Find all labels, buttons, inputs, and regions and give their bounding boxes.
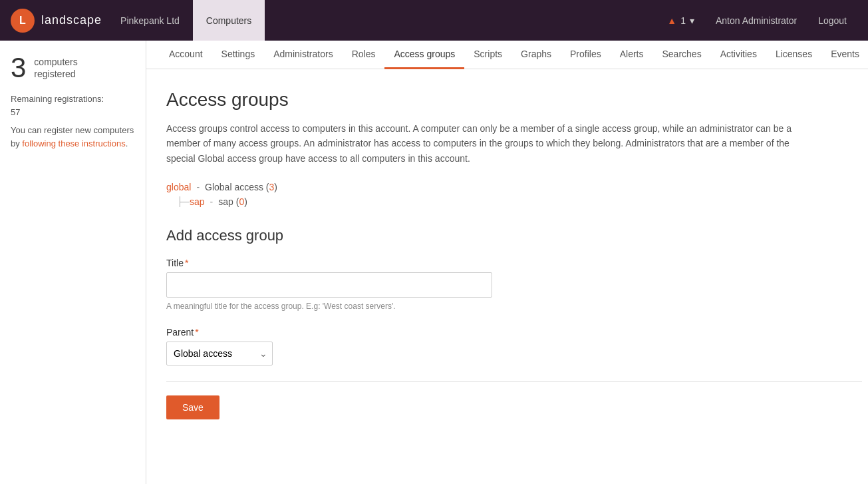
title-hint: A meaningful title for the access group.… — [166, 302, 862, 311]
parent-select-wrapper: Global access ⌄ — [166, 342, 273, 365]
parent-required: * — [195, 327, 198, 338]
page-layout: 3 computers registered Remaining registr… — [0, 41, 868, 484]
global-dash: - — [196, 182, 200, 192]
subnav-licenses[interactable]: Licenses — [766, 41, 821, 69]
top-nav: L landscape Pinkepank Ltd Computers ▲ 1 … — [0, 0, 868, 41]
tree-connector — [180, 202, 190, 202]
sub-nav: Account Settings Administrators Roles Ac… — [146, 41, 868, 69]
subnav-searches[interactable]: Searches — [652, 41, 710, 69]
alerts-count: 1 — [680, 15, 686, 26]
sidebar: 3 computers registered Remaining registr… — [0, 41, 146, 484]
nav-computers[interactable]: Computers — [193, 0, 265, 41]
subnav-scripts[interactable]: Scripts — [464, 41, 511, 69]
sidebar-count-area: 3 computers registered — [11, 54, 135, 82]
page-description: Access groups control access to computer… — [166, 121, 818, 166]
subnav-access-groups[interactable]: Access groups — [384, 41, 464, 69]
global-link[interactable]: global — [166, 182, 191, 192]
subnav-settings[interactable]: Settings — [212, 41, 265, 69]
parent-label: Parent* — [166, 327, 862, 338]
sap-dash: - — [210, 196, 214, 207]
nav-alerts[interactable]: ▲ 1 ▾ — [656, 15, 705, 26]
remaining-registrations: Remaining registrations: 57 — [11, 93, 135, 119]
parent-form-group: Parent* Global access ⌄ — [166, 327, 862, 365]
form-divider — [166, 381, 862, 382]
logo-text: landscape — [41, 13, 102, 27]
sap-label: sap (0) — [218, 196, 247, 207]
nav-logout[interactable]: Logout — [807, 15, 857, 26]
parent-select[interactable]: Global access — [166, 342, 273, 365]
save-button[interactable]: Save — [166, 395, 219, 419]
tree-child-container: sap - sap (0) — [180, 196, 862, 207]
access-tree: global - Global access (3) sap - sap (0) — [166, 182, 862, 207]
subnav-graphs[interactable]: Graphs — [511, 41, 561, 69]
global-count[interactable]: 3 — [269, 182, 275, 192]
subnav-roles[interactable]: Roles — [343, 41, 385, 69]
subnav-account[interactable]: Account — [160, 41, 212, 69]
tree-sap-item: sap - sap (0) — [190, 196, 862, 207]
sap-count[interactable]: 0 — [239, 196, 244, 207]
logo-icon: L — [11, 9, 35, 33]
main-content: Account Settings Administrators Roles Ac… — [146, 41, 868, 484]
page-title: Access groups — [166, 89, 862, 111]
register-link[interactable]: following these instructions — [22, 138, 125, 148]
nav-org[interactable]: Pinkepank Ltd — [107, 0, 193, 41]
sap-link[interactable]: sap — [190, 196, 205, 207]
subnav-alerts[interactable]: Alerts — [611, 41, 653, 69]
nav-user[interactable]: Anton Administrator — [705, 15, 807, 26]
logo-area: L landscape — [11, 9, 102, 33]
subnav-activities[interactable]: Activities — [711, 41, 766, 69]
title-form-group: Title* A meaningful title for the access… — [166, 258, 862, 311]
global-label: Global access (3) — [205, 182, 277, 192]
subnav-administrators[interactable]: Administrators — [264, 41, 342, 69]
register-info: You can register new computers by follow… — [11, 124, 135, 150]
content-area: Access groups Access groups control acce… — [146, 69, 868, 439]
computers-count: 3 — [11, 54, 26, 82]
alert-triangle-icon: ▲ — [667, 15, 676, 26]
subnav-profiles[interactable]: Profiles — [561, 41, 611, 69]
subnav-events[interactable]: Events — [821, 41, 868, 69]
tree-global-item: global - Global access (3) — [166, 182, 862, 192]
form-section-title: Add access group — [166, 227, 862, 244]
title-required: * — [185, 258, 188, 268]
computers-count-label: computers registered — [34, 56, 77, 80]
alerts-chevron-icon: ▾ — [690, 15, 694, 26]
title-input[interactable] — [166, 272, 492, 298]
title-label: Title* — [166, 258, 862, 268]
